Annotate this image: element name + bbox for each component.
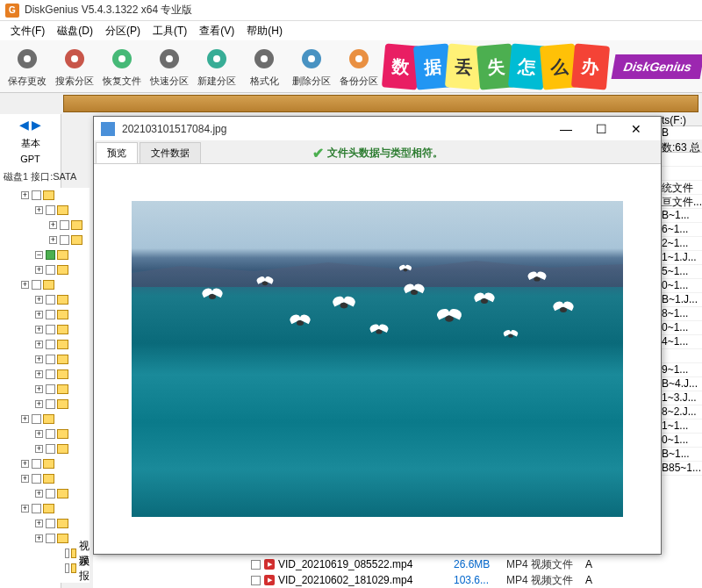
tree-item[interactable]: +: [4, 367, 90, 382]
tree-item[interactable]: +: [4, 471, 90, 486]
close-button[interactable]: ✕: [619, 117, 654, 141]
tree-item[interactable]: +: [4, 307, 90, 322]
tree-item[interactable]: +: [4, 486, 90, 501]
tree-checkbox[interactable]: [46, 205, 55, 215]
nav-right-icon[interactable]: ▶: [32, 118, 41, 132]
right-strip-row[interactable]: 8~1...: [660, 307, 702, 321]
expand-icon[interactable]: +: [35, 534, 43, 542]
right-strip-row[interactable]: 8~2.J...: [660, 405, 702, 419]
tree-checkbox[interactable]: [65, 549, 69, 558]
expand-icon[interactable]: +: [35, 400, 43, 408]
expand-icon[interactable]: +: [35, 311, 43, 319]
tree-item[interactable]: +: [4, 262, 90, 277]
tool-恢复文件[interactable]: 恢复文件: [98, 42, 146, 91]
right-strip-row[interactable]: 4~1...: [660, 335, 702, 349]
tree-checkbox[interactable]: [60, 235, 69, 245]
tree-item[interactable]: +: [4, 277, 90, 292]
expand-icon[interactable]: +: [49, 236, 57, 244]
expand-icon[interactable]: +: [49, 221, 57, 229]
menu-item-3[interactable]: 工具(T): [147, 22, 192, 40]
right-strip-row[interactable]: [660, 153, 702, 167]
menu-item-2[interactable]: 分区(P): [100, 22, 146, 40]
tree-item[interactable]: +: [4, 397, 90, 412]
tree-checkbox[interactable]: [46, 250, 55, 260]
tree-checkbox[interactable]: [46, 519, 55, 528]
expand-icon[interactable]: +: [21, 415, 29, 423]
tree-checkbox[interactable]: [46, 340, 55, 349]
expand-icon[interactable]: +: [35, 266, 43, 274]
expand-icon[interactable]: +: [21, 281, 29, 289]
minimize-button[interactable]: —: [548, 117, 584, 141]
expand-icon[interactable]: +: [35, 206, 43, 214]
tree-checkbox[interactable]: [46, 295, 55, 305]
tree-checkbox[interactable]: [32, 504, 41, 513]
tree-checkbox[interactable]: [46, 265, 55, 275]
tree-item[interactable]: +: [4, 322, 90, 337]
expand-icon[interactable]: −: [35, 251, 43, 259]
tree-checkbox[interactable]: [46, 310, 55, 319]
expand-icon[interactable]: +: [21, 460, 29, 468]
right-strip-row[interactable]: 0~1...: [660, 279, 702, 293]
tree-checkbox[interactable]: [46, 399, 55, 409]
tree-checkbox[interactable]: [32, 280, 41, 290]
right-strip-row[interactable]: 5~1...: [660, 265, 702, 279]
expand-icon[interactable]: +: [35, 385, 43, 393]
expand-icon[interactable]: +: [35, 355, 43, 363]
tool-保存更改[interactable]: 保存更改: [4, 42, 51, 91]
tree-item[interactable]: +: [4, 292, 90, 307]
right-strip-row[interactable]: B85~1...: [660, 462, 702, 476]
expand-icon[interactable]: +: [35, 296, 43, 304]
nav-left-icon[interactable]: ◀: [19, 118, 29, 132]
tree-item[interactable]: +: [4, 382, 90, 397]
tree-checkbox[interactable]: [46, 489, 55, 498]
tree-checkbox[interactable]: [32, 190, 41, 200]
tree-checkbox[interactable]: [46, 384, 55, 394]
tree-item[interactable]: +: [4, 501, 90, 516]
right-strip-row[interactable]: B~1...: [660, 209, 702, 223]
tool-快速分区[interactable]: 快速分区: [146, 42, 193, 91]
tree-checkbox[interactable]: [32, 474, 41, 484]
tree-item[interactable]: +: [4, 516, 90, 531]
tool-搜索分区[interactable]: 搜索分区: [51, 42, 98, 91]
tool-格式化[interactable]: 格式化: [240, 42, 288, 91]
tree-checkbox[interactable]: [46, 534, 55, 543]
tree-item[interactable]: +: [4, 203, 90, 218]
tree-checkbox[interactable]: [60, 220, 69, 230]
expand-icon[interactable]: +: [21, 505, 29, 513]
tree-item[interactable]: +: [4, 456, 90, 471]
tree-checkbox[interactable]: [65, 563, 69, 573]
file-checkbox[interactable]: [251, 576, 261, 585]
tool-删除分区[interactable]: 删除分区: [288, 42, 335, 91]
file-row[interactable]: ▶VID_20210619_085522.mp426.6MBMP4 视频文件A: [93, 556, 662, 572]
tree-checkbox[interactable]: [46, 325, 55, 334]
right-strip-row[interactable]: B~4.J...: [660, 377, 702, 391]
tree-item[interactable]: +: [4, 412, 90, 427]
tree-checkbox[interactable]: [46, 369, 55, 379]
expand-icon[interactable]: +: [35, 326, 43, 333]
maximize-button[interactable]: ☐: [584, 117, 619, 141]
tree-item-labeled[interactable]: 视频: [4, 546, 90, 561]
expand-icon[interactable]: +: [35, 490, 43, 498]
right-strip-row[interactable]: 亘文件...: [660, 195, 702, 209]
tree-checkbox[interactable]: [32, 414, 41, 424]
expand-icon[interactable]: +: [35, 370, 43, 378]
tree-checkbox[interactable]: [32, 459, 41, 469]
tree-item[interactable]: +: [4, 188, 90, 203]
tab-preview[interactable]: 预览: [96, 142, 138, 163]
tree-item[interactable]: +: [4, 337, 90, 352]
expand-icon[interactable]: +: [35, 445, 43, 453]
file-row[interactable]: ▶VID_20210602_181029.mp4103.6...MP4 视频文件…: [93, 572, 662, 588]
expand-icon[interactable]: +: [35, 430, 43, 438]
right-strip-row[interactable]: B~1.J...: [660, 293, 702, 307]
right-strip-row[interactable]: 2~1...: [660, 237, 702, 251]
file-checkbox[interactable]: [251, 560, 261, 570]
menu-item-4[interactable]: 查看(V): [194, 22, 240, 40]
menu-item-0[interactable]: 文件(F): [5, 22, 50, 40]
disk-map-bar[interactable]: [63, 95, 698, 112]
tree-item-labeled[interactable]: 误报: [4, 561, 90, 576]
tree-item[interactable]: +: [4, 233, 90, 247]
tool-新建分区[interactable]: 新建分区: [193, 42, 240, 91]
tree-item[interactable]: +: [4, 427, 90, 441]
tree-checkbox[interactable]: [46, 429, 55, 439]
menu-item-1[interactable]: 磁盘(D): [52, 22, 98, 40]
